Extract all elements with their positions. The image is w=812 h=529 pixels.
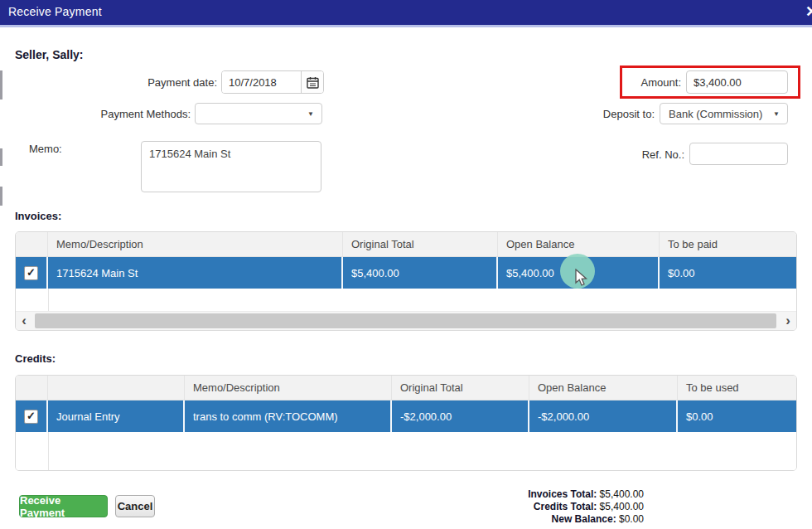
new-balance-line: New Balance: $0.00: [464, 513, 644, 526]
credits-col-original-total: Original Total: [392, 376, 529, 400]
credit-open-balance-cell: -$2,000.00: [529, 400, 678, 432]
invoices-section-label: Invoices:: [15, 210, 61, 222]
payment-date-label: Payment date:: [85, 76, 217, 89]
credit-type-cell: Journal Entry: [48, 400, 185, 432]
invoices-header-row: Memo/Description Original Total Open Bal…: [16, 232, 796, 257]
receive-payment-dialog: Receive Payment ✕ Seller, Sally: Payment…: [0, 0, 812, 529]
invoice-checkbox-cell: ✓: [16, 257, 48, 289]
invoices-col-memo: Memo/Description: [48, 232, 343, 256]
memo-label: Memo:: [29, 143, 62, 155]
dialog-title: Receive Payment: [8, 5, 102, 18]
credit-to-be-used-cell[interactable]: $0.00: [678, 400, 796, 432]
titlebar-underline: [0, 25, 812, 27]
scrollbar-thumb[interactable]: [35, 313, 776, 328]
deposit-to-label: Deposit to:: [522, 108, 655, 120]
check-icon: ✓: [27, 267, 36, 278]
check-icon: ✓: [27, 410, 36, 421]
totals-summary: Invoices Total: $5,400.00 Credits Total:…: [464, 488, 644, 526]
invoices-total-line: Invoices Total: $5,400.00: [464, 488, 644, 501]
edge-artifact: [0, 70, 2, 99]
chevron-down-icon: ▼: [307, 110, 314, 118]
receive-payment-button[interactable]: Receive Payment: [19, 495, 108, 517]
calendar-icon[interactable]: [301, 71, 323, 93]
payment-methods-select[interactable]: ▼: [195, 103, 322, 124]
memo-textarea[interactable]: 1715624 Main St: [141, 141, 321, 192]
invoices-total-value: $5,400.00: [600, 488, 644, 500]
invoice-memo-cell: 1715624 Main St: [48, 257, 343, 289]
credits-table-filler: [16, 432, 796, 470]
amount-input[interactable]: [686, 70, 788, 94]
credits-col-checkbox: [16, 376, 48, 400]
credit-checkbox-cell: ✓: [16, 400, 48, 432]
credits-total-value: $5,400.00: [600, 501, 644, 512]
credits-col-to-be-used: To be used: [678, 376, 796, 400]
credit-memo-cell: trans to comm (RV:TOCOMM): [185, 400, 392, 432]
new-balance-label: New Balance:: [552, 513, 616, 525]
credits-col-open-balance: Open Balance: [529, 376, 678, 400]
payment-methods-label: Payment Methods:: [58, 108, 191, 120]
credits-total-line: Credits Total: $5,400.00: [464, 501, 644, 513]
credits-col-memo: Memo/Description: [185, 376, 392, 400]
dialog-titlebar: Receive Payment ✕: [0, 0, 812, 25]
deposit-to-value: Bank (Commission): [669, 108, 762, 120]
mouse-cursor-icon: [575, 269, 589, 287]
invoice-row[interactable]: ✓ 1715624 Main St $5,400.00 $5,400.00 $0…: [16, 257, 796, 289]
new-balance-value: $0.00: [619, 513, 644, 525]
invoices-table: Memo/Description Original Total Open Bal…: [15, 231, 797, 331]
ref-no-label: Ref. No.:: [602, 148, 684, 161]
invoices-horizontal-scrollbar: ‹ ›: [16, 311, 796, 330]
invoices-table-filler: [16, 289, 796, 311]
edge-artifact: [0, 187, 2, 206]
credit-row[interactable]: ✓ Journal Entry trans to comm (RV:TOCOMM…: [16, 400, 796, 432]
credit-original-total-cell: -$2,000.00: [392, 400, 529, 432]
invoices-total-label: Invoices Total:: [528, 488, 597, 500]
seller-name: Seller, Sally:: [15, 48, 84, 61]
credits-col-type: [48, 376, 185, 400]
invoice-checkbox[interactable]: ✓: [24, 266, 38, 280]
credits-header-row: Memo/Description Original Total Open Bal…: [16, 376, 796, 400]
credits-section-label: Credits:: [15, 352, 56, 365]
credits-table: Memo/Description Original Total Open Bal…: [15, 375, 797, 471]
credit-checkbox[interactable]: ✓: [24, 410, 38, 424]
invoice-to-be-paid-cell[interactable]: $0.00: [660, 257, 796, 289]
chevron-down-icon: ▼: [773, 110, 780, 118]
amount-label: Amount:: [598, 76, 681, 89]
scroll-left-icon[interactable]: ‹: [16, 313, 32, 329]
payment-date-input[interactable]: [222, 71, 301, 93]
credits-total-label: Credits Total:: [534, 501, 597, 512]
close-icon[interactable]: ✕: [805, 2, 812, 21]
invoices-col-checkbox: [16, 232, 48, 256]
invoice-original-total-cell: $5,400.00: [343, 257, 498, 289]
ref-no-input[interactable]: [689, 143, 788, 165]
scroll-right-icon[interactable]: ›: [780, 313, 796, 329]
edge-artifact: [0, 148, 2, 166]
invoices-col-to-be-paid: To be paid: [660, 232, 796, 256]
invoices-col-open-balance: Open Balance: [498, 232, 660, 256]
deposit-to-select[interactable]: Bank (Commission) ▼: [660, 103, 788, 124]
invoices-col-original-total: Original Total: [343, 232, 498, 256]
payment-date-group: [221, 70, 324, 94]
cancel-button[interactable]: Cancel: [115, 495, 155, 517]
